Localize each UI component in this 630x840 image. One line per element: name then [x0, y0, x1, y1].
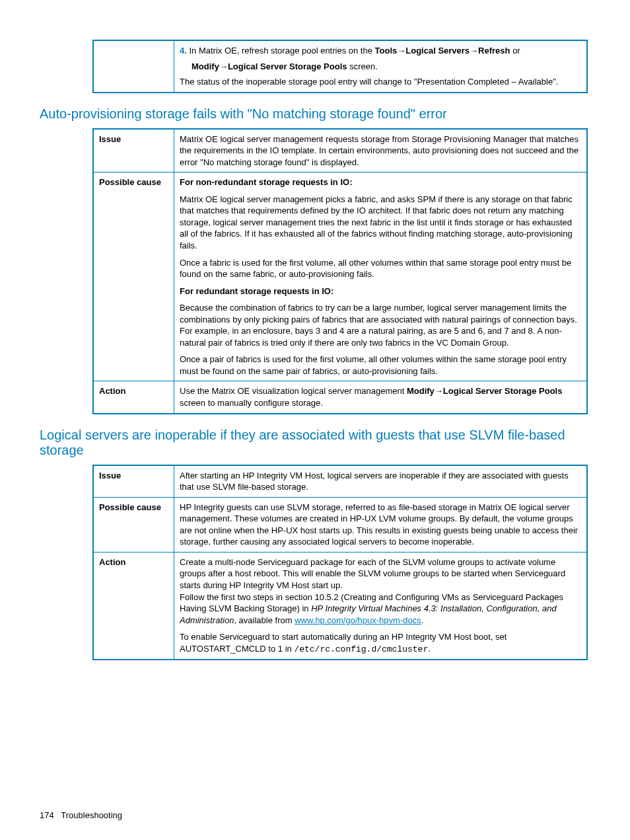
action-cell: Use the Matrix OE visualization logical … — [174, 381, 588, 414]
doc-link[interactable]: www.hp.com/go/hpux-hpvm-docs — [295, 615, 421, 625]
cause-heading-nonredundant: For non-redundant storage requests in IO… — [180, 176, 581, 188]
issue-text: Matrix OE logical server management requ… — [174, 129, 588, 172]
page-number: 174 — [40, 810, 54, 820]
action-label: Action — [93, 552, 174, 660]
cause-label: Possible cause — [93, 497, 174, 552]
empty-label-cell — [93, 40, 174, 93]
page-footer: 174 Troubleshooting — [40, 810, 122, 820]
step4-tools: Tools — [375, 46, 398, 56]
step4-logical-servers: Logical Servers — [405, 46, 470, 56]
step4-text-a: In Matrix OE, refresh storage pool entri… — [189, 46, 374, 56]
document-page: 4. In Matrix OE, refresh storage pool en… — [0, 0, 630, 840]
action-p1: Create a multi-node Serviceguard package… — [180, 556, 581, 592]
arrow-icon: → — [397, 46, 405, 56]
step4-or: or — [510, 46, 520, 56]
cause-p2: Once a fabric is used for the first volu… — [180, 257, 581, 280]
step4-cell: 4. In Matrix OE, refresh storage pool en… — [174, 40, 588, 93]
cause-p3: Because the combination of fabrics to tr… — [180, 302, 581, 348]
action-text-a: Use the Matrix OE visualization logical … — [180, 386, 407, 396]
action-p3c: . — [428, 644, 431, 654]
action-modify: Modify — [407, 386, 435, 396]
action-p3b: /etc/rc.config.d/cmcluster — [294, 644, 428, 654]
footer-text: Troubleshooting — [61, 810, 122, 820]
cause-p1: Matrix OE logical server management pick… — [180, 194, 581, 252]
step4-modify: Modify — [192, 61, 219, 71]
action-p2c: , available from — [234, 615, 295, 625]
action-cell: Create a multi-node Serviceguard package… — [174, 552, 588, 660]
cause-text: HP Integrity guests can use SLVM storage… — [174, 497, 588, 552]
step4-after: The status of the inoperable storage poo… — [180, 76, 581, 88]
issue-text: After starting an HP Integrity VM Host, … — [174, 465, 588, 498]
step-number: 4. — [180, 46, 187, 56]
arrow-icon: → — [219, 61, 228, 71]
action-pools: Logical Server Storage Pools — [443, 386, 563, 396]
step4-pools: Logical Server Storage Pools — [228, 61, 347, 71]
table-step-continuation: 4. In Matrix OE, refresh storage pool en… — [92, 40, 588, 93]
heading-auto-provisioning: Auto-provisioning storage fails with "No… — [40, 106, 590, 122]
arrow-icon: → — [435, 386, 443, 396]
issue-label: Issue — [93, 465, 174, 498]
cause-cell: For non-redundant storage requests in IO… — [174, 172, 588, 381]
cause-heading-redundant: For redundant storage requests in IO: — [180, 286, 581, 297]
action-p2d: . — [421, 615, 424, 625]
cause-p4: Once a pair of fabrics is used for the f… — [180, 354, 581, 377]
action-text-d: screen to manually configure storage. — [180, 398, 323, 408]
table-slvm: Issue After starting an HP Integrity VM … — [92, 465, 588, 661]
cause-label: Possible cause — [93, 172, 174, 381]
arrow-icon: → — [470, 46, 478, 56]
action-label: Action — [93, 381, 174, 414]
step4-screen: screen. — [347, 61, 378, 71]
issue-label: Issue — [93, 129, 174, 172]
heading-slvm: Logical servers are inoperable if they a… — [40, 428, 590, 458]
step4-refresh: Refresh — [478, 46, 510, 56]
table-auto-provisioning: Issue Matrix OE logical server managemen… — [92, 128, 588, 414]
